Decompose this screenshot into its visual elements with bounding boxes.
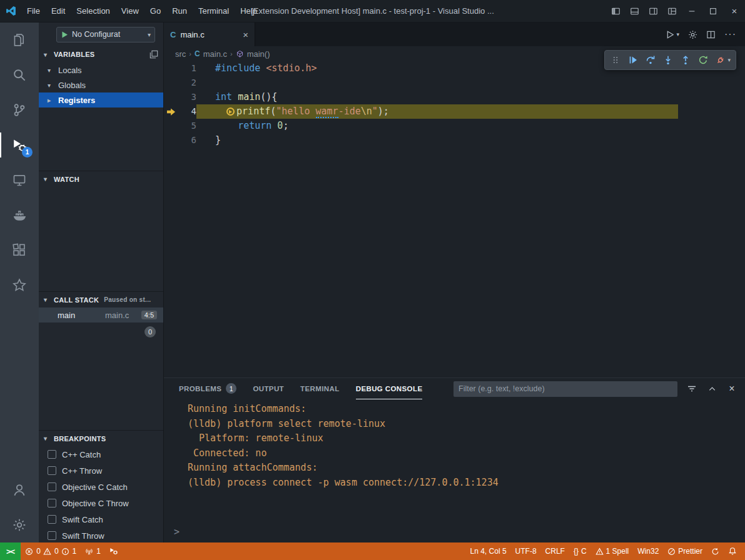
step-into-button[interactable] — [660, 52, 676, 68]
run-or-debug-button[interactable]: ▾ — [666, 30, 679, 39]
code-line-3[interactable]: 3int main(){ — [164, 90, 745, 104]
split-editor-icon[interactable] — [706, 30, 716, 39]
breakpoint-checkbox[interactable] — [48, 499, 56, 508]
search-icon[interactable] — [0, 58, 39, 92]
settings-gear-icon[interactable] — [688, 30, 697, 39]
minimize-button[interactable] — [681, 0, 702, 22]
debug-session-status[interactable] — [105, 542, 123, 560]
inline-breakpoint-marker-icon[interactable] — [226, 108, 235, 116]
favorites-star-icon[interactable] — [0, 268, 39, 302]
continue-button[interactable] — [625, 52, 641, 68]
variables-item-globals[interactable]: ▾Globals — [39, 78, 163, 92]
breakpoint-margin[interactable] — [164, 90, 178, 104]
maximize-panel-icon[interactable] — [705, 382, 719, 396]
breakpoints-section-header[interactable]: ▾ BREAKPOINTS — [39, 430, 163, 446]
extensions-icon[interactable] — [0, 232, 39, 268]
console-filter-input[interactable] — [454, 381, 677, 397]
code-editor[interactable]: 1#include <stdio.h>23int main(){4 printf… — [164, 61, 745, 378]
toggle-sidebar-icon[interactable] — [606, 0, 625, 22]
menu-file[interactable]: File — [21, 0, 46, 22]
explorer-icon[interactable] — [0, 22, 39, 58]
breakpoint-checkbox[interactable] — [48, 515, 56, 524]
breakpoint-item[interactable]: Objective C Throw — [39, 495, 163, 511]
tab-close-icon[interactable]: × — [243, 30, 248, 39]
breakpoint-margin[interactable] — [164, 133, 178, 148]
breakpoint-checkbox[interactable] — [48, 482, 56, 491]
eol-indicator[interactable]: CRLF — [541, 547, 569, 556]
menu-edit[interactable]: Edit — [46, 0, 71, 22]
step-out-button[interactable] — [677, 52, 694, 68]
menu-selection[interactable]: Selection — [71, 0, 115, 22]
remote-explorer-icon[interactable] — [0, 162, 39, 198]
breakpoint-margin[interactable] — [164, 61, 178, 76]
breadcrumb-file[interactable]: main.c — [203, 49, 227, 59]
close-panel-icon[interactable]: × — [725, 382, 739, 396]
menu-view[interactable]: View — [116, 0, 144, 22]
panel-tab-output[interactable]: OUTPUT — [253, 378, 284, 399]
spell-checker-status[interactable]: 1 Spell — [591, 547, 634, 556]
disconnect-button[interactable] — [712, 52, 729, 68]
menu-run[interactable]: Run — [166, 0, 193, 22]
variables-section-action-icon[interactable] — [150, 50, 158, 59]
settings-gear-icon[interactable] — [0, 508, 39, 542]
frame-file: main.c — [105, 311, 141, 320]
chevron-down-icon[interactable]: ▾ — [727, 57, 733, 63]
maximize-button[interactable] — [702, 0, 724, 22]
close-button[interactable]: × — [724, 0, 745, 22]
customize-layout-icon[interactable] — [662, 0, 681, 22]
breakpoint-item[interactable]: Objective C Catch — [39, 479, 163, 495]
platform-target[interactable]: Win32 — [633, 547, 663, 556]
code-line-5[interactable]: 5 return 0; — [164, 119, 745, 133]
breakpoint-margin[interactable] — [164, 119, 178, 133]
ports-status[interactable]: 1 — [81, 542, 105, 560]
notifications-bell-icon[interactable] — [724, 547, 741, 556]
breakpoint-checkbox[interactable] — [48, 466, 56, 475]
variables-item-registers[interactable]: ▸Registers — [39, 92, 163, 108]
menu-go[interactable]: Go — [144, 0, 166, 22]
watch-section-header[interactable]: ▾ WATCH — [39, 171, 163, 187]
menu-terminal[interactable]: Terminal — [193, 0, 235, 22]
panel-tab-debug-console[interactable]: DEBUG CONSOLE — [356, 378, 423, 399]
breakpoint-checkbox[interactable] — [48, 450, 56, 459]
code-line-2[interactable]: 2 — [164, 76, 745, 90]
breakpoint-margin[interactable] — [164, 76, 178, 90]
breakpoint-checkbox[interactable] — [48, 531, 56, 540]
launch-configuration-dropdown[interactable]: No Configurat ▾ — [56, 27, 155, 42]
breadcrumb-folder[interactable]: src — [175, 49, 186, 59]
variables-item-locals[interactable]: ▾Locals — [39, 62, 163, 78]
console-line: (lldb) platform select remote-linux — [188, 417, 745, 432]
breakpoint-item[interactable]: Swift Throw — [39, 528, 163, 542]
run-and-debug-icon[interactable]: 1 — [0, 128, 39, 162]
call-stack-section-header[interactable]: ▾ CALL STACK Paused on st... — [39, 291, 163, 308]
more-actions-icon[interactable]: ··· — [724, 29, 736, 40]
code-line-6[interactable]: 6} — [164, 133, 745, 148]
filter-list-icon[interactable] — [685, 382, 699, 396]
remote-indicator[interactable]: >< — [0, 542, 21, 560]
source-control-icon[interactable] — [0, 92, 39, 128]
panel-tab-problems[interactable]: PROBLEMS1 — [179, 378, 236, 399]
call-stack-frame-row[interactable]: main main.c 4:5 — [39, 308, 163, 322]
restart-button[interactable] — [695, 52, 711, 68]
sync-status[interactable] — [707, 548, 724, 556]
language-mode[interactable]: {} C — [569, 547, 591, 556]
step-over-button[interactable] — [642, 52, 659, 68]
cursor-position[interactable]: Ln 4, Col 5 — [466, 547, 511, 556]
encoding-indicator[interactable]: UTF-8 — [511, 547, 541, 556]
accounts-icon[interactable] — [0, 472, 39, 508]
formatter-status[interactable]: Prettier — [663, 547, 707, 556]
breakpoint-item[interactable]: Swift Catch — [39, 511, 163, 528]
problems-status[interactable]: 0 0 1 — [21, 542, 81, 560]
debug-stopped-arrow-icon[interactable] — [164, 104, 178, 119]
breakpoint-item[interactable]: C++ Throw — [39, 462, 163, 479]
variables-section-header[interactable]: ▾ VARIABLES — [39, 46, 163, 62]
toggle-secondary-sidebar-icon[interactable] — [644, 0, 662, 22]
console-prompt[interactable]: > — [174, 526, 180, 538]
panel-tab-terminal[interactable]: TERMINAL — [300, 378, 340, 399]
breakpoint-item[interactable]: C++ Catch — [39, 446, 163, 462]
code-line-4[interactable]: 4 printf("hello wamr-ide\n"); — [164, 104, 745, 119]
breadcrumb-symbol[interactable]: main() — [247, 49, 270, 59]
tab-main-c[interactable]: C main.c × — [164, 22, 255, 46]
toggle-panel-icon[interactable] — [625, 0, 644, 22]
docker-icon[interactable] — [0, 198, 39, 232]
drag-handle-icon[interactable] — [607, 52, 624, 68]
